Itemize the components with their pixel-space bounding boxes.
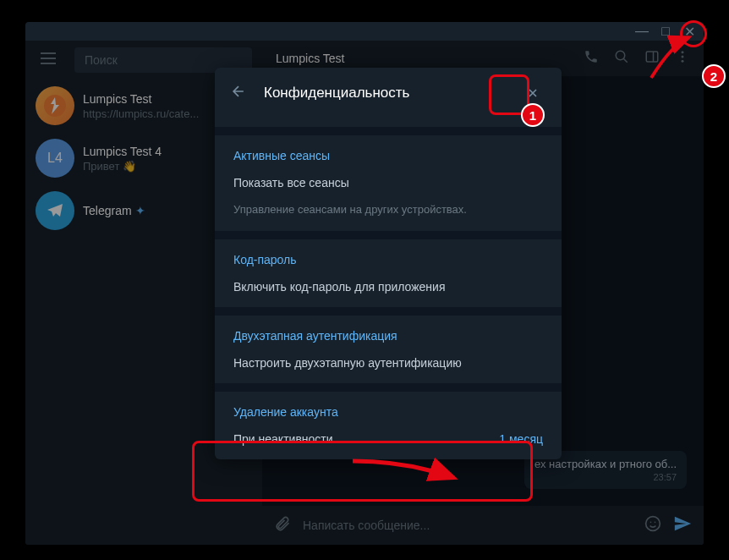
arrow-left-icon [230, 83, 247, 100]
item-value: 1 месяц [499, 432, 543, 446]
show-all-sessions-item[interactable]: Показать все сеансы [215, 167, 562, 198]
enable-passcode-item[interactable]: Включить код-пароль для приложения [215, 272, 562, 302]
window-titlebar: — □ ✕ [25, 22, 704, 41]
passcode-section: Код-пароль Включить код-пароль для прило… [215, 239, 562, 307]
section-divider [215, 127, 562, 135]
section-header: Активные сеансы [215, 140, 562, 167]
item-label: При неактивности... [233, 432, 343, 446]
section-divider [215, 231, 562, 239]
modal-title: Конфиденциальность [264, 85, 502, 102]
section-divider [215, 383, 562, 392]
delete-account-section: Удаление аккаунта При неактивности... 1 … [215, 392, 562, 459]
two-step-section: Двухэтапная аутентификация Настроить дву… [215, 316, 562, 383]
annotation-badge-2: 2 [702, 64, 726, 88]
app-window: — □ ✕ Поиск Lumpics Test https://lumpics… [25, 22, 704, 545]
section-header: Двухэтапная аутентификация [215, 321, 562, 348]
modal-header: Конфиденциальность [215, 68, 562, 118]
modal-body[interactable]: Активные сеансы Показать все сеансы Упра… [215, 118, 562, 459]
window-maximize-button[interactable]: □ [660, 25, 671, 37]
close-icon [526, 86, 540, 100]
section-description: Управление сеансами на других устройства… [215, 198, 562, 226]
delete-inactivity-item[interactable]: При неактивности... 1 месяц [215, 424, 562, 454]
section-header: Удаление аккаунта [215, 397, 562, 424]
section-header: Код-пароль [215, 244, 562, 272]
sessions-section: Активные сеансы Показать все сеансы Упра… [215, 135, 562, 231]
modal-close-button[interactable] [519, 80, 546, 107]
window-close-button[interactable]: ✕ [683, 25, 695, 37]
truncated-prev-section [215, 118, 562, 127]
window-minimize-button[interactable]: — [636, 25, 648, 37]
privacy-settings-modal: Конфиденциальность Активные сеансы Показ… [215, 68, 562, 459]
section-divider [215, 307, 562, 316]
setup-two-step-item[interactable]: Настроить двухэтапную аутентификацию [215, 348, 562, 378]
modal-back-button[interactable] [230, 83, 247, 103]
